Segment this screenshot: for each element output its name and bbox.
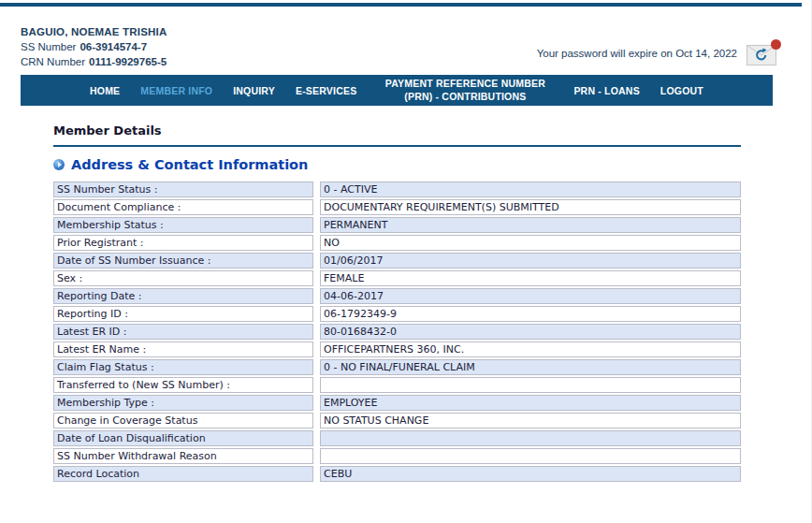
crn-number-value: 0111-9929765-5 [89,56,167,67]
row-label: Document Compliance : [53,199,313,215]
row-value: EMPLOYEE [320,395,741,411]
ss-number-line: SS Number06-3914574-7 [21,39,167,54]
top-accent-line [0,3,802,7]
row-value: OFFICEPARTNERS 360, INC. [320,341,741,357]
table-row: Sex :FEMALE [53,270,741,286]
row-label: Claim Flag Status : [53,359,313,375]
row-label: SS Number Status : [53,182,313,197]
table-row: Membership Type :EMPLOYEE [53,395,741,411]
row-value [320,430,741,446]
row-value [320,448,741,464]
member-name: BAGUIO, NOEMAE TRISHIA [21,24,167,39]
section-title: Address & Contact Information [71,157,308,172]
nav-item-home[interactable]: HOME [90,85,120,96]
row-label: Sex : [53,270,313,286]
row-label: Reporting ID : [53,306,313,322]
page-title: Member Details [53,123,162,138]
crn-number-line: CRN Number0111-9929765-5 [21,54,167,69]
row-label: Reporting Date : [53,288,313,304]
table-row: SS Number Status :0 - ACTIVE [53,182,741,197]
member-portal-page: BAGUIO, NOEMAE TRISHIA SS Number06-39145… [0,0,812,523]
row-value: CEBU [320,466,741,482]
row-value: NO [320,235,741,251]
table-row: Latest ER ID :80-0168432-0 [53,324,741,340]
row-value: 06-1792349-9 [320,306,741,322]
table-row: Claim Flag Status :0 - NO FINAL/FUNERAL … [53,359,741,375]
row-label: Latest ER ID : [53,324,313,340]
nav-item-member-info[interactable]: MEMBER INFO [140,85,212,96]
table-row: Change in Coverage StatusNO STATUS CHANG… [53,413,741,429]
table-row: Document Compliance :DOCUMENTARY REQUIRE… [53,199,741,215]
row-value: DOCUMENTARY REQUIREMENT(S) SUBMITTED [320,199,741,215]
table-row: Transferred to (New SS Number) : [53,377,741,393]
nav-item-logout[interactable]: LOGOUT [660,85,703,96]
nav-item-payment-reference-number-prn-contributions[interactable]: PAYMENT REFERENCE NUMBER (PRN) - CONTRIB… [377,78,553,102]
row-value: 80-0168432-0 [320,324,741,340]
main-nav: HOMEMEMBER INFOINQUIRYE-SERVICESPAYMENT … [21,75,773,106]
nav-item-prn-loans[interactable]: PRN - LOANS [573,85,639,96]
section-header: Address & Contact Information [53,157,308,172]
member-details-table: SS Number Status :0 - ACTIVEDocument Com… [53,182,741,484]
row-value: 01/06/2017 [320,253,741,269]
ss-number-value: 06-3914574-7 [80,41,147,52]
row-label: Record Location [53,466,313,482]
row-label: Transferred to (New SS Number) : [53,377,313,393]
row-label: Membership Type : [53,395,313,411]
table-row: Record LocationCEBU [53,466,741,482]
table-row: Prior Registrant :NO [53,235,741,251]
table-row: Reporting ID :06-1792349-9 [53,306,741,322]
row-value: 0 - NO FINAL/FUNERAL CLAIM [320,359,741,375]
table-row: Membership Status :PERMANENT [53,217,741,233]
table-row: SS Number Withdrawal Reason [53,448,741,464]
row-label: Prior Registrant : [53,235,313,251]
section-bullet-icon [53,159,65,170]
row-label: Change in Coverage Status [53,413,313,429]
row-value: 04-06-2017 [320,288,741,304]
row-label: Membership Status : [53,217,313,233]
row-value: NO STATUS CHANGE [320,413,741,429]
notification-dot [771,39,781,50]
table-row: Reporting Date :04-06-2017 [53,288,741,304]
row-label: Date of SS Number Issuance : [53,253,313,269]
ss-number-label: SS Number [21,41,76,52]
password-expiry-notice: Your password will expire on Oct 14, 202… [537,48,737,59]
row-value: PERMANENT [320,217,741,233]
nav-item-inquiry[interactable]: INQUIRY [233,85,275,96]
member-identity: BAGUIO, NOEMAE TRISHIA SS Number06-39145… [21,24,167,69]
mail-refresh-icon[interactable] [747,41,780,65]
table-row: Latest ER Name :OFFICEPARTNERS 360, INC. [53,341,741,357]
title-divider [53,145,741,147]
table-row: Date of Loan Disqualification [53,430,741,446]
password-expiry-area: Your password will expire on Oct 14, 202… [537,41,780,65]
row-label: Latest ER Name : [53,341,313,357]
row-label: SS Number Withdrawal Reason [53,448,313,464]
row-value: FEMALE [320,270,741,286]
crn-number-label: CRN Number [21,56,85,67]
table-row: Date of SS Number Issuance :01/06/2017 [53,253,741,269]
row-value [320,377,741,393]
nav-item-e-services[interactable]: E-SERVICES [296,85,356,96]
row-label: Date of Loan Disqualification [53,430,313,446]
row-value: 0 - ACTIVE [320,182,741,197]
